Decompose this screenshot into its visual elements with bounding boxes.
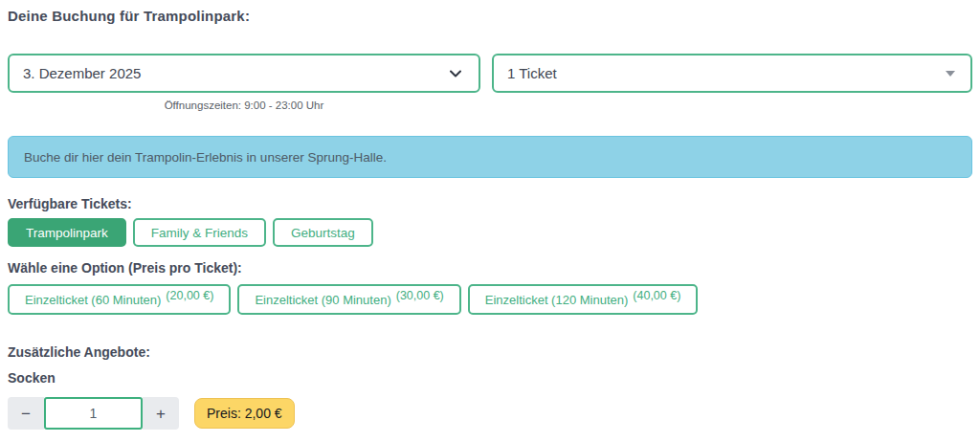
- select-row: 3. Dezember 2025 Öffnungszeiten: 9:00 - …: [8, 54, 972, 111]
- booking-widget: Deine Buchung für Trampolinpark: 3. Deze…: [0, 0, 980, 437]
- info-banner: Buche dir hier dein Trampolin-Erlebnis i…: [8, 136, 972, 178]
- option-einzelticket-90[interactable]: Einzelticket (90 Minuten) (30,00 €): [237, 284, 460, 315]
- option-einzelticket-60[interactable]: Einzelticket (60 Minuten) (20,00 €): [8, 284, 231, 315]
- decrease-quantity-button[interactable]: −: [8, 397, 44, 430]
- option-price: (30,00 €): [396, 289, 444, 302]
- option-einzelticket-120[interactable]: Einzelticket (120 Minuten) (40,00 €): [468, 284, 699, 315]
- ticket-count-select[interactable]: 1 Ticket: [492, 54, 972, 93]
- option-name: Einzelticket (120 Minuten): [485, 293, 629, 307]
- booking-title: Deine Buchung für Trampolinpark:: [8, 8, 972, 24]
- extra-item-name: Socken: [8, 370, 972, 386]
- option-name: Einzelticket (60 Minuten): [25, 293, 161, 307]
- available-tickets-label: Verfügbare Tickets:: [8, 196, 972, 211]
- option-section-label: Wähle eine Option (Preis pro Ticket):: [8, 260, 972, 276]
- ticket-count-value: 1 Ticket: [507, 65, 557, 81]
- dropdown-arrow-icon: [946, 71, 955, 77]
- ticket-type-row: Trampolinpark Family & Friends Geburtsta…: [8, 218, 972, 247]
- date-select[interactable]: 3. Dezember 2025: [8, 54, 480, 93]
- ticket-type-geburtstag[interactable]: Geburtstag: [273, 218, 373, 247]
- option-price: (40,00 €): [633, 289, 680, 302]
- date-select-value: 3. Dezember 2025: [23, 65, 141, 81]
- increase-quantity-button[interactable]: +: [143, 397, 179, 430]
- ticket-type-family-friends[interactable]: Family & Friends: [133, 218, 266, 247]
- option-name: Einzelticket (90 Minuten): [255, 293, 390, 307]
- option-price: (20,00 €): [166, 289, 213, 302]
- chevron-down-icon: [448, 66, 463, 81]
- price-badge: Preis: 2,00 €: [194, 398, 295, 429]
- ticket-type-trampolinpark[interactable]: Trampolinpark: [8, 218, 126, 247]
- date-select-column: 3. Dezember 2025 Öffnungszeiten: 9:00 - …: [8, 54, 480, 111]
- quantity-input[interactable]: [44, 397, 143, 430]
- opening-hours-text: Öffnungszeiten: 9:00 - 23:00 Uhr: [8, 99, 480, 111]
- extras-section-label: Zusätzliche Angebote:: [8, 344, 972, 360]
- socken-stepper-row: − + Preis: 2,00 €: [8, 397, 972, 430]
- ticket-option-row: Einzelticket (60 Minuten) (20,00 €) Einz…: [8, 284, 972, 315]
